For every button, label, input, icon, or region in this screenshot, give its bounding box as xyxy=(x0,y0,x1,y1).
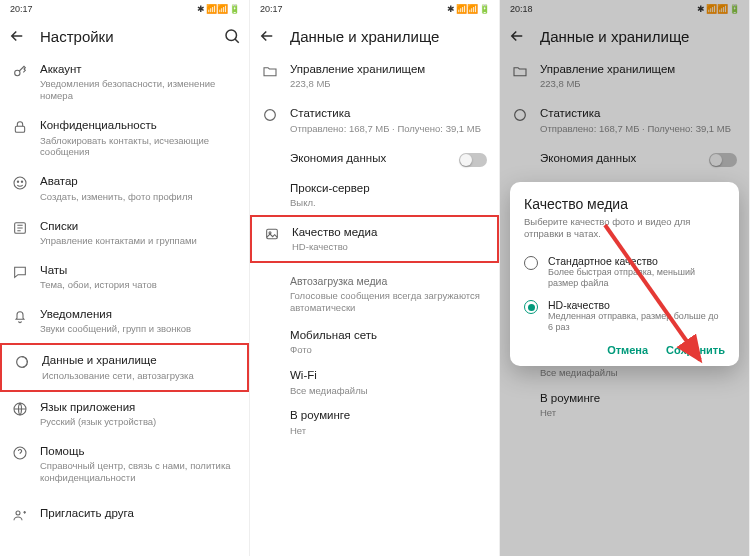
screen-quality-dialog: 20:18 ✱ 📶 📶 🔋 Данные и хранилище Управле… xyxy=(500,0,750,556)
item-desc: Отправлено: 168,7 МБ · Получено: 39,1 МБ xyxy=(290,123,487,135)
item-label: Аватар xyxy=(40,174,237,188)
item-desc: Заблокировать контакты, исчезающие сообщ… xyxy=(40,135,237,159)
settings-item-language[interactable]: Язык приложенияРусский (язык устройства) xyxy=(0,392,249,436)
status-icons: ✱ 📶 📶 🔋 xyxy=(197,4,239,14)
data-icon xyxy=(14,354,30,370)
item-label: Списки xyxy=(40,219,237,233)
screen-settings: 20:17 ✱ 📶 📶 🔋 Настройки АккаунтУведомлен… xyxy=(0,0,250,556)
item-label: Wi-Fi xyxy=(290,368,487,382)
item-desc: HD-качество xyxy=(292,241,485,253)
item-desc: Выкл. xyxy=(290,197,487,209)
svg-point-1 xyxy=(15,70,20,75)
svg-point-4 xyxy=(17,181,18,182)
people-icon xyxy=(12,507,28,523)
item-media-quality[interactable]: Качество медиаHD-качество xyxy=(250,215,499,263)
settings-item-data[interactable]: Данные и хранилищеИспользование сети, ав… xyxy=(0,343,249,391)
option-desc: Медленная отправка, размер больше до 6 р… xyxy=(548,311,725,334)
item-desc: Тема, обои, история чатов xyxy=(40,279,237,291)
item-label: Чаты xyxy=(40,263,237,277)
item-label: Управление хранилищем xyxy=(290,62,487,76)
cancel-button[interactable]: Отмена xyxy=(607,344,648,356)
item-label: Качество медиа xyxy=(292,225,485,239)
status-icons: ✱ 📶 📶 🔋 xyxy=(447,4,489,14)
item-label: Помощь xyxy=(40,444,237,458)
option-hd[interactable]: HD-качествоМедленная отправка, размер бо… xyxy=(524,299,725,334)
option-standard[interactable]: Стандартное качествоБолее быстрая отправ… xyxy=(524,255,725,290)
chat-icon xyxy=(12,264,28,280)
svg-rect-12 xyxy=(267,229,278,238)
back-icon[interactable] xyxy=(8,27,26,45)
svg-point-0 xyxy=(226,30,237,41)
settings-item-invite[interactable]: Пригласить друга xyxy=(0,492,249,531)
page-title: Данные и хранилище xyxy=(290,28,491,45)
settings-list: АккаунтУведомления безопасности, изменен… xyxy=(0,54,249,531)
search-icon[interactable] xyxy=(223,27,241,45)
item-label: Данные и хранилище xyxy=(42,353,235,367)
item-label: Пригласить друга xyxy=(40,506,237,520)
svg-point-5 xyxy=(21,181,22,182)
radio-icon[interactable] xyxy=(524,256,538,270)
item-desc: Фото xyxy=(290,344,487,356)
contacts-icon xyxy=(12,220,28,236)
option-desc: Более быстрая отправка, меньший размер ф… xyxy=(548,267,725,290)
item-label: В роуминге xyxy=(290,408,487,422)
item-desc: Управление контактами и группами xyxy=(40,235,237,247)
item-desc: Нет xyxy=(290,425,487,437)
svg-point-3 xyxy=(14,177,26,189)
bell-icon xyxy=(12,308,28,324)
face-icon xyxy=(12,175,28,191)
item-proxy[interactable]: Прокси-серверВыкл. xyxy=(250,175,499,215)
item-desc: Использование сети, автозагрузка xyxy=(42,370,235,382)
item-label: Язык приложения xyxy=(40,400,237,414)
statusbar: 20:17 ✱ 📶 📶 🔋 xyxy=(250,0,499,18)
key-icon xyxy=(12,63,28,79)
item-label: Аккаунт xyxy=(40,62,237,76)
save-button[interactable]: Сохранить xyxy=(666,344,725,356)
section-desc: Голосовые сообщения всегда загружаются а… xyxy=(290,290,487,314)
back-icon[interactable] xyxy=(258,27,276,45)
data-saver-toggle[interactable] xyxy=(459,153,487,167)
item-desc: 223,8 МБ xyxy=(290,78,487,90)
toolbar: Данные и хранилище xyxy=(250,18,499,54)
item-stats[interactable]: СтатистикаОтправлено: 168,7 МБ · Получен… xyxy=(250,98,499,142)
item-label: Прокси-сервер xyxy=(290,181,487,195)
screen-data-storage: 20:17 ✱ 📶 📶 🔋 Данные и хранилище Управле… xyxy=(250,0,500,556)
svg-point-11 xyxy=(265,110,276,121)
svg-rect-2 xyxy=(15,126,24,132)
item-label: Уведомления xyxy=(40,307,237,321)
radio-icon[interactable] xyxy=(524,300,538,314)
item-label: Статистика xyxy=(290,106,487,120)
quality-dialog: Качество медиа Выберите качество фото и … xyxy=(510,182,739,366)
settings-item-account[interactable]: АккаунтУведомления безопасности, изменен… xyxy=(0,54,249,110)
item-data-saver[interactable]: Экономия данных xyxy=(250,143,499,175)
item-wifi[interactable]: Wi-FiВсе медиафайлы xyxy=(250,362,499,402)
item-label: Мобильная сеть xyxy=(290,328,487,342)
item-label: Экономия данных xyxy=(290,151,447,165)
item-label: Конфиденциальность xyxy=(40,118,237,132)
settings-item-avatar[interactable]: АватарСоздать, изменить, фото профиля xyxy=(0,166,249,210)
clock: 20:17 xyxy=(10,4,33,14)
dialog-title: Качество медиа xyxy=(524,196,725,212)
item-mobile[interactable]: Мобильная сетьФото xyxy=(250,322,499,362)
settings-item-help[interactable]: ПомощьСправочный центр, связь с нами, по… xyxy=(0,436,249,492)
globe-icon xyxy=(12,401,28,417)
image-icon xyxy=(264,226,280,242)
item-desc: Уведомления безопасности, изменение номе… xyxy=(40,78,237,102)
section-autodl: Автозагрузка медиаГолосовые сообщения вс… xyxy=(250,263,499,322)
data-icon xyxy=(262,107,278,123)
settings-item-notifications[interactable]: УведомленияЗвуки сообщений, групп и звон… xyxy=(0,299,249,343)
settings-item-lists[interactable]: СпискиУправление контактами и группами xyxy=(0,211,249,255)
item-storage[interactable]: Управление хранилищем223,8 МБ xyxy=(250,54,499,98)
clock: 20:17 xyxy=(260,4,283,14)
settings-item-privacy[interactable]: КонфиденциальностьЗаблокировать контакты… xyxy=(0,110,249,166)
settings-item-chats[interactable]: ЧатыТема, обои, история чатов xyxy=(0,255,249,299)
item-desc: Создать, изменить, фото профиля xyxy=(40,191,237,203)
item-desc: Звуки сообщений, групп и звонков xyxy=(40,323,237,335)
svg-point-10 xyxy=(16,511,20,515)
help-icon xyxy=(12,445,28,461)
data-list: Управление хранилищем223,8 МБ Статистика… xyxy=(250,54,499,443)
page-title: Настройки xyxy=(40,28,209,45)
folder-icon xyxy=(262,63,278,79)
toolbar: Настройки xyxy=(0,18,249,54)
item-roaming[interactable]: В роумингеНет xyxy=(250,402,499,442)
